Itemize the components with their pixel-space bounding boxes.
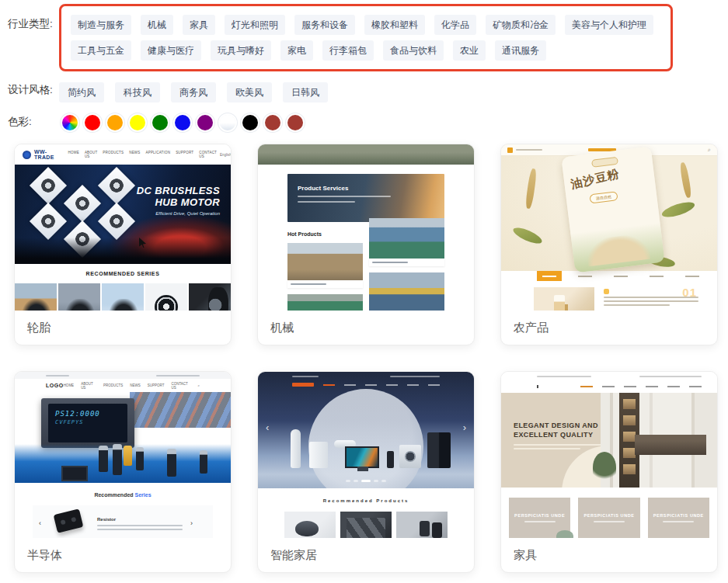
industry-tag[interactable]: 玩具与嗜好	[211, 40, 271, 61]
cables-image	[130, 392, 231, 428]
decorative-icon	[604, 289, 609, 294]
mini-nav-item	[624, 386, 636, 387]
color-swatch-red[interactable]	[85, 115, 100, 130]
caption-placeholder	[291, 283, 326, 285]
wheel-diamond-image	[30, 167, 67, 204]
banner-title: Product Services	[298, 185, 444, 192]
color-swatch-orange[interactable]	[107, 115, 123, 130]
template-card-semiconductor[interactable]: LOGO HOME ABOUT US PRODUCTS NEWS SUPPORT…	[14, 371, 232, 573]
industry-tag[interactable]: 制造与服务	[71, 15, 131, 35]
industry-tag[interactable]: 食品与饮料	[383, 40, 444, 61]
text-line-placeholder	[514, 444, 607, 446]
tile-title: PERSPICIATIS UNDE	[653, 513, 704, 518]
motorcycle-thumb	[15, 283, 57, 311]
color-swatch-green[interactable]	[152, 115, 168, 130]
mini-site-header: WW-TRADE HOME ABOUT US PRODUCTS NEWS APP…	[15, 144, 231, 165]
mini-nav-item	[667, 386, 680, 387]
industry-tag[interactable]: 家电	[280, 40, 313, 61]
mini-site-header	[258, 377, 474, 387]
industry-tag[interactable]: 矿物质和冶金	[486, 15, 556, 35]
industry-tag[interactable]: 农业	[453, 40, 486, 61]
mini-nav	[580, 386, 702, 387]
text-line-placeholder	[594, 521, 625, 522]
text-line-placeholder	[514, 448, 580, 449]
template-preview-semiconductor: LOGO HOME ABOUT US PRODUCTS NEWS SUPPORT…	[15, 372, 231, 538]
hero-text-panel: ELEGANT DESIGN AND EXCELLENT QUALITY	[501, 393, 601, 488]
industry-tag[interactable]: 机械	[141, 15, 173, 35]
screen-readout: CVFEPYS	[55, 419, 127, 425]
style-tag[interactable]: 商务风	[171, 82, 216, 102]
color-swatch-dark-red[interactable]	[287, 115, 303, 130]
globe-logo-icon	[23, 151, 31, 159]
feature-tiles: PERSPICIATIS UNDE PERSPICIATIS UNDE PERS…	[501, 488, 717, 538]
washing-machine-image	[399, 445, 421, 468]
industry-tag[interactable]: 化学品	[434, 15, 476, 35]
card-title: 家具	[501, 538, 717, 573]
industry-tag[interactable]: 通讯服务	[495, 40, 546, 61]
industry-tag-row-2: 工具与五金 健康与医疗 玩具与嗜好 家电 行李箱包 食品与饮料 农业 通讯服务	[71, 40, 661, 61]
text-line-placeholder	[298, 201, 355, 203]
mini-language-selector: English	[220, 153, 231, 157]
text-line-placeholder	[604, 300, 698, 302]
template-card-smart-home[interactable]: ‹ › Recommended Products 智能家居	[257, 371, 475, 573]
wall-niche	[635, 435, 706, 455]
mini-nav: HOME ABOUT US PRODUCTS NEWS SUPPORT CONT…	[64, 382, 200, 390]
style-tag[interactable]: 简约风	[59, 82, 104, 102]
industry-tag[interactable]: 灯光和照明	[225, 15, 285, 35]
template-card-machinery[interactable]: Product Services Hot Products	[257, 144, 475, 345]
color-swatch-black[interactable]	[265, 115, 280, 130]
industry-tag[interactable]: 工具与五金	[71, 40, 131, 61]
soybean-pod	[660, 200, 696, 220]
moon-hero: ‹ ›	[258, 372, 474, 488]
text-line-placeholder	[537, 376, 591, 377]
powder-mound	[586, 233, 651, 266]
carousel-dots	[258, 480, 474, 482]
industry-tag[interactable]: 橡胶和塑料	[364, 15, 425, 35]
color-swatch-gray[interactable]	[242, 115, 258, 130]
text-line-placeholder	[97, 525, 183, 526]
industry-tag[interactable]: 健康与医疗	[141, 40, 201, 61]
mini-nav-item: ABOUT US	[85, 151, 97, 158]
appliance-image	[309, 442, 328, 468]
style-tag[interactable]: 科技风	[115, 82, 160, 102]
mini-nav-item: HOME	[64, 383, 75, 387]
mini-nav-item	[365, 384, 377, 386]
style-tag[interactable]: 日韩风	[283, 82, 328, 102]
mini-nav-item	[602, 386, 615, 387]
mini-nav-item: PRODUCTS	[103, 383, 123, 387]
template-card-agriculture[interactable]: ⌕ 油沙豆粉 源自自然	[500, 144, 718, 345]
color-swatch-yellow[interactable]	[130, 115, 145, 130]
wheel-diamond-image	[30, 203, 67, 240]
hero-title-line1: DC BRUSHLESS	[137, 185, 220, 196]
industry-tag[interactable]: 家具	[183, 15, 215, 35]
text-line-placeholder	[156, 375, 200, 377]
template-card-tires[interactable]: WW-TRADE HOME ABOUT US PRODUCTS NEWS APP…	[14, 144, 232, 345]
color-swatch-multicolor[interactable]	[62, 115, 78, 130]
color-swatch-purple[interactable]	[197, 115, 213, 130]
mini-logo	[537, 385, 538, 388]
cabinet-photo	[601, 393, 717, 488]
wheel-thumb	[145, 283, 187, 311]
color-swatch-blue[interactable]	[175, 115, 190, 130]
carousel-next-icon: ›	[190, 519, 193, 527]
caption-placeholder	[372, 262, 408, 263]
drink-photo	[534, 287, 594, 311]
industry-tag[interactable]: 美容与个人和护理	[565, 15, 653, 35]
mini-nav-item: APPLICATION	[146, 151, 171, 158]
style-tag[interactable]: 欧美风	[227, 82, 272, 102]
card-title: 机械	[258, 311, 474, 345]
mini-nav-item: CONTACT US	[171, 382, 190, 390]
industry-tag[interactable]: 服务和设备	[294, 15, 355, 35]
capacitor-yellow	[124, 446, 132, 466]
mini-body: RECOMMENDED SERIES	[15, 264, 231, 311]
mini-tab	[644, 271, 669, 281]
product-column-left	[287, 243, 363, 311]
industry-tag[interactable]: 行李箱包	[322, 40, 374, 61]
air-purifier-image	[291, 429, 301, 468]
color-swatch-white[interactable]	[220, 115, 235, 130]
wheat-decoration	[679, 162, 692, 199]
color-label: 色彩:	[8, 110, 59, 129]
template-card-furniture[interactable]: ELEGANT DESIGN AND EXCELLENT QUALITY PER…	[500, 371, 718, 573]
pcb-board	[15, 444, 231, 483]
mini-topbar	[501, 372, 717, 380]
